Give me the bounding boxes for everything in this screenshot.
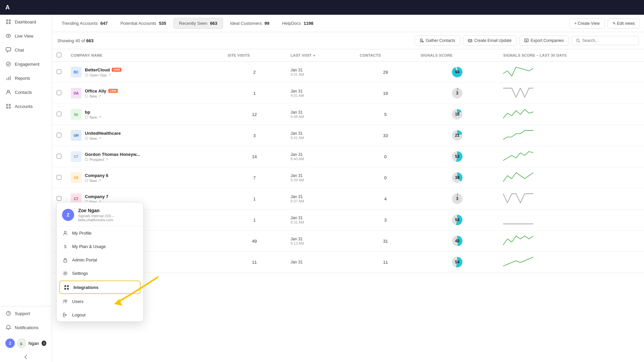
tab-ideal-count: 99: [265, 21, 269, 26]
row-checkbox-0[interactable]: [57, 69, 61, 74]
sparkline-7: [498, 209, 644, 231]
company-sub-5[interactable]: New: [85, 179, 108, 183]
site-visits-9: 11: [223, 252, 286, 273]
company-cell-2: bp bp New: [66, 104, 223, 125]
row-checkbox-6[interactable]: [57, 196, 61, 201]
dropdown-item-integrations[interactable]: Integrations: [59, 281, 141, 294]
row-checkbox-4[interactable]: [57, 154, 61, 159]
engagement-icon: [5, 61, 11, 67]
collapse-sidebar-button[interactable]: [0, 352, 52, 362]
search-input[interactable]: [582, 38, 633, 43]
company-sub-1[interactable]: New: [85, 94, 118, 98]
sparkline-9: [498, 252, 644, 273]
search-box[interactable]: [572, 36, 639, 45]
svg-rect-35: [64, 285, 66, 287]
score-7: 54: [416, 209, 498, 231]
company-sub-0[interactable]: Open Opp: [85, 73, 121, 77]
dropdown-user-name: Zoe Ngan: [78, 208, 138, 213]
table-row: C6 Company 6 New 7: [52, 167, 644, 188]
lock-icon: [62, 257, 68, 263]
sidebar-item-chat[interactable]: Chat: [0, 43, 52, 57]
tab-potential[interactable]: Potential Accounts 535: [115, 18, 172, 29]
row-checkbox-1[interactable]: [57, 90, 61, 95]
sidebar-item-accounts[interactable]: Accounts: [0, 99, 52, 113]
company-sub-3[interactable]: New: [85, 136, 121, 140]
score-circle-8: 48: [451, 235, 464, 247]
sidebar-label-reports: Reports: [15, 76, 30, 81]
dropdown-item-users[interactable]: Users: [57, 295, 143, 308]
svg-rect-24: [85, 137, 88, 139]
dropdown-label-profile: My Profile: [72, 231, 92, 236]
svg-rect-22: [85, 95, 88, 97]
create-view-button[interactable]: + Create View: [569, 18, 605, 28]
row-checkbox-cell-1[interactable]: [52, 83, 66, 104]
sidebar-item-live-view[interactable]: Live View: [0, 29, 52, 43]
contacts-4: 0: [355, 146, 416, 167]
sidebar-item-contacts[interactable]: Contacts: [0, 85, 52, 99]
row-checkbox-5[interactable]: [57, 175, 61, 180]
integrations-grid-icon: [63, 284, 69, 290]
table-row: OA Office Ally CRM New 1: [52, 83, 644, 104]
tab-recently-seen-count: 663: [210, 21, 217, 26]
company-name-0: BetterCloud CRM: [85, 67, 121, 72]
toolbar: Showing 40 of 663 Gather Contacts Create…: [52, 32, 644, 49]
company-logo-2: bp: [71, 109, 82, 120]
row-checkbox-cell-4[interactable]: [52, 146, 66, 167]
company-logo-0: BC: [71, 67, 82, 77]
svg-rect-21: [85, 74, 88, 76]
company-sub-2[interactable]: New: [85, 115, 101, 119]
edit-views-button[interactable]: ✎ Edit views: [607, 18, 640, 28]
sidebar-item-engagement[interactable]: Engagement: [0, 57, 52, 71]
svg-text:$: $: [64, 244, 67, 249]
gather-contacts-button[interactable]: Gather Contacts: [415, 36, 460, 46]
grid-icon: [5, 19, 11, 25]
toolbar-actions: Gather Contacts Create Email Update Expo…: [415, 36, 639, 46]
tab-recently-seen[interactable]: Recently Seen 663: [173, 18, 223, 29]
tab-trending[interactable]: Trending Accounts 647: [56, 18, 113, 29]
row-checkbox-cell-2[interactable]: [52, 104, 66, 125]
svg-point-34: [64, 273, 66, 274]
tab-helpdocs[interactable]: HelpDocs 1198: [276, 18, 319, 29]
score-9: 54: [416, 252, 498, 273]
contacts-8: 31: [355, 231, 416, 252]
sidebar-label-accounts: Accounts: [15, 104, 33, 109]
sidebar-item-reports[interactable]: Reports: [0, 71, 52, 85]
table-row: UH UnitedHealthcare New 3: [52, 125, 644, 146]
dropdown-item-profile[interactable]: My Profile: [57, 226, 143, 240]
row-checkbox-cell-0[interactable]: [52, 62, 66, 83]
dropdown-item-admin[interactable]: Admin Portal: [57, 253, 143, 266]
contacts-9: 11: [355, 252, 416, 273]
select-all-checkbox[interactable]: [57, 53, 61, 57]
sidebar-item-dashboard[interactable]: Dashboard: [0, 15, 52, 29]
person-icon: [5, 89, 11, 95]
person-icon: [62, 230, 68, 236]
table-row: bp bp New 12 Jan: [52, 104, 644, 125]
site-visits-1: 1: [223, 83, 286, 104]
tab-recently-seen-label: Recently Seen: [179, 21, 208, 26]
tabs-row: Trending Accounts 647 Potential Accounts…: [52, 15, 644, 32]
dropdown-item-settings[interactable]: Settings: [57, 266, 143, 280]
row-checkbox-3[interactable]: [57, 133, 61, 137]
app-logo: A: [5, 4, 10, 11]
sidebar-item-notifications[interactable]: Notifications: [0, 320, 52, 335]
th-select-all[interactable]: [52, 49, 66, 62]
company-crm-tag-0: CRM: [112, 68, 121, 72]
company-name-5: Company 6: [85, 173, 108, 178]
dropdown-item-logout[interactable]: Logout: [57, 308, 143, 321]
row-checkbox-cell-3[interactable]: [52, 125, 66, 146]
create-email-button[interactable]: Create Email Update: [463, 36, 517, 46]
company-sub-4[interactable]: Prospect: [85, 158, 140, 162]
contacts-0: 29: [355, 62, 416, 83]
th-signals-score: SIGNALS SCORE: [416, 49, 498, 62]
score-circle-5: 38: [451, 171, 464, 184]
dropdown-label-settings: Settings: [72, 271, 88, 276]
user-profile-row[interactable]: Z g. Ngan 3: [0, 335, 52, 352]
sidebar: Dashboard Live View Chat Engagement Repo…: [0, 0, 52, 362]
sidebar-item-support[interactable]: ? Support: [0, 306, 52, 320]
export-companies-button[interactable]: Export Companies: [519, 36, 569, 46]
dropdown-item-plan[interactable]: $ My Plan & Usage: [57, 240, 143, 253]
row-checkbox-2[interactable]: [57, 112, 61, 116]
score-circle-7: 54: [451, 214, 464, 226]
tab-ideal-customers[interactable]: Ideal Customers 99: [224, 18, 275, 29]
row-checkbox-cell-5[interactable]: [52, 167, 66, 188]
